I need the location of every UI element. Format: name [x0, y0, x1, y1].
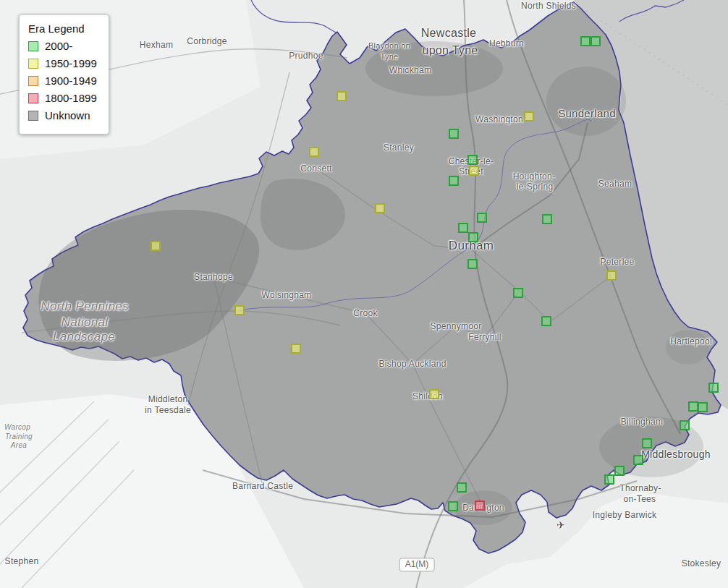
era-marker[interactable]: [604, 474, 614, 485]
era-marker[interactable]: [234, 305, 245, 315]
era-marker[interactable]: [698, 402, 708, 412]
legend-swatch-icon: [28, 93, 38, 103]
place-label: Ingleby Barwick: [593, 510, 657, 520]
place-label: Washington: [475, 114, 523, 124]
legend-swatch-icon: [28, 76, 38, 86]
era-marker[interactable]: [375, 203, 385, 213]
place-label: in Teesdale: [145, 405, 191, 415]
place-label: North Pennines: [41, 299, 128, 314]
era-marker[interactable]: [708, 383, 719, 393]
legend-swatch-icon: [28, 41, 38, 51]
place-label: Hexham: [140, 40, 173, 50]
place-label: North Shields: [521, 1, 576, 11]
place-label: Thornaby-: [619, 483, 661, 493]
road-shield: A1(M): [399, 558, 435, 571]
era-marker[interactable]: [591, 36, 601, 46]
era-marker[interactable]: [291, 344, 301, 354]
place-label: Hebburn: [489, 38, 524, 48]
era-marker[interactable]: [680, 420, 690, 430]
place-label: Corbridge: [187, 36, 227, 46]
place-label: Middlesbrough: [641, 448, 711, 460]
place-label: Barnard Castle: [232, 481, 293, 491]
place-label: Newcastle: [421, 27, 477, 40]
place-label: Billingham: [621, 417, 663, 427]
place-label: Middleton: [148, 394, 188, 404]
era-marker[interactable]: [688, 401, 698, 412]
era-marker[interactable]: [513, 288, 523, 298]
place-label: Stephen: [5, 556, 39, 566]
legend-item: Unknown: [28, 109, 97, 122]
era-marker[interactable]: [524, 111, 534, 122]
era-marker[interactable]: [449, 176, 459, 186]
era-marker[interactable]: [309, 147, 319, 157]
legend-item-label: 2000-: [45, 40, 72, 52]
place-label: Stokesley: [682, 558, 721, 568]
airport-icon: ✈: [556, 519, 565, 531]
legend-item-label: 1900-1949: [45, 74, 97, 87]
legend-item-label: 1950-1999: [45, 57, 97, 69]
era-marker[interactable]: [614, 466, 625, 476]
place-label: on-Tees: [624, 494, 656, 504]
era-marker[interactable]: [475, 500, 485, 511]
era-marker[interactable]: [467, 259, 478, 269]
place-label: Spennymoor: [430, 321, 481, 331]
place-label: Seaham: [598, 179, 632, 189]
era-marker[interactable]: [541, 316, 551, 326]
legend-item: 1950-1999: [28, 57, 97, 69]
place-label: Tyne: [380, 52, 398, 61]
place-label: Blaydon on: [368, 41, 410, 50]
place-label: le-Spring: [517, 182, 554, 192]
place-label: Ferryhill: [468, 332, 501, 342]
place-label: National: [62, 315, 109, 330]
map-canvas[interactable]: North ShieldsNewcastleupon TyneHebburnBl…: [0, 0, 728, 588]
legend-item: 2000-: [28, 40, 97, 52]
place-label: upon Tyne: [422, 44, 478, 57]
place-label: Stanley: [384, 142, 414, 153]
place-label: Warcop: [4, 423, 30, 431]
era-marker[interactable]: [448, 501, 458, 511]
era-marker[interactable]: [606, 270, 617, 281]
place-label: Landscape: [53, 330, 115, 344]
era-marker[interactable]: [458, 223, 468, 233]
place-label: Crook: [353, 308, 378, 318]
era-marker[interactable]: [633, 455, 643, 465]
legend-title: Era Legend: [28, 22, 97, 35]
era-marker[interactable]: [469, 166, 479, 176]
place-label: Prudhoe: [289, 51, 323, 61]
era-marker[interactable]: [467, 155, 478, 165]
era-legend-panel: Era Legend 2000-1950-19991900-19491800-1…: [19, 14, 109, 135]
map-layer: North ShieldsNewcastleupon TyneHebburnBl…: [0, 0, 728, 588]
place-label: Whickham: [389, 65, 431, 75]
place-label: Sunderland: [558, 107, 616, 119]
place-label: Wolsingham: [262, 290, 312, 300]
legend-item-label: 1800-1899: [45, 92, 97, 104]
era-marker[interactable]: [151, 241, 161, 251]
legend-swatch-icon: [28, 111, 38, 121]
era-marker[interactable]: [580, 36, 591, 46]
place-label: Peterlee: [600, 257, 634, 267]
place-label: Stanhope: [194, 272, 233, 282]
era-marker[interactable]: [429, 389, 439, 399]
place-label: Houghton-: [513, 171, 556, 182]
era-marker[interactable]: [449, 129, 459, 139]
era-marker[interactable]: [542, 214, 552, 224]
era-marker[interactable]: [468, 232, 478, 242]
legend-item-label: Unknown: [45, 109, 90, 122]
era-marker[interactable]: [642, 438, 652, 448]
era-marker[interactable]: [477, 213, 487, 223]
legend-item: 1900-1949: [28, 74, 97, 87]
legend-item: 1800-1899: [28, 92, 97, 104]
era-marker[interactable]: [457, 482, 467, 493]
place-label: Bishop Auckland: [378, 359, 446, 369]
era-legend-items: 2000-1950-19991900-19491800-1899Unknown: [28, 40, 97, 122]
place-label: Area: [11, 441, 27, 449]
place-label: Training: [5, 433, 33, 440]
place-label: Hartlepool: [670, 336, 712, 346]
place-label: Consett: [300, 163, 331, 174]
legend-swatch-icon: [28, 59, 38, 69]
era-marker[interactable]: [337, 91, 347, 101]
